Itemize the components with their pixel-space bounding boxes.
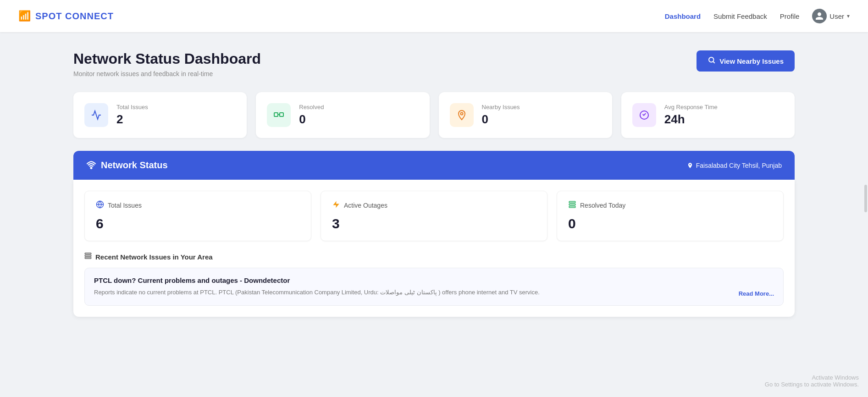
banner-location-area: Faisalabad City Tehsil, Punjab bbox=[687, 162, 782, 169]
stat-info-resolved: Resolved 0 bbox=[299, 104, 324, 127]
windows-watermark: Activate Windows Go to Settings to activ… bbox=[765, 374, 859, 388]
issue-card-description: Reports indicate no current problems at … bbox=[94, 288, 774, 297]
network-stat-total-header: Total Issues bbox=[96, 200, 300, 210]
network-status-section: Network Status Faisalabad City Tehsil, P… bbox=[73, 151, 795, 317]
network-stat-outages: Active Outages 3 bbox=[321, 191, 547, 241]
wifi-banner-icon bbox=[86, 160, 96, 171]
stat-info-avg-response: Avg Response Time 24h bbox=[664, 104, 718, 127]
active-outages-value: 3 bbox=[332, 216, 536, 232]
nav-dashboard[interactable]: Dashboard bbox=[665, 12, 701, 20]
search-icon bbox=[708, 56, 716, 66]
svg-rect-3 bbox=[280, 113, 283, 116]
network-stats-grid: Total Issues 6 Active Outages 3 bbox=[84, 191, 784, 241]
network-status-location: Faisalabad City Tehsil, Punjab bbox=[696, 162, 782, 169]
avg-response-icon-box bbox=[632, 103, 656, 127]
network-total-value: 6 bbox=[96, 216, 300, 232]
issue-card-title: PTCL down? Current problems and outages … bbox=[94, 276, 774, 284]
network-stat-total: Total Issues 6 bbox=[84, 191, 311, 241]
lightning-icon bbox=[332, 200, 340, 210]
recent-issues-header: Recent Network Issues in Your Area bbox=[84, 252, 784, 261]
network-status-banner: Network Status Faisalabad City Tehsil, P… bbox=[73, 151, 795, 180]
total-issues-value: 2 bbox=[116, 112, 148, 127]
network-stat-resolved-header: Resolved Today bbox=[568, 200, 772, 210]
resolved-label: Resolved bbox=[299, 104, 324, 110]
avg-response-label: Avg Response Time bbox=[664, 104, 718, 110]
main-content: Network Status Dashboard Monitor network… bbox=[0, 32, 868, 346]
network-stat-outages-header: Active Outages bbox=[332, 200, 536, 210]
svg-rect-2 bbox=[274, 113, 278, 116]
view-nearby-button-label: View Nearby Issues bbox=[719, 57, 784, 65]
network-stat-resolved-today: Resolved Today 0 bbox=[557, 191, 784, 241]
stat-info-nearby: Nearby Issues 0 bbox=[482, 104, 520, 127]
watermark-line2: Go to Settings to activate Windows. bbox=[765, 381, 859, 388]
scrollbar[interactable] bbox=[864, 185, 867, 212]
page-title-area: Network Status Dashboard Monitor network… bbox=[73, 50, 261, 77]
stat-info-total: Total Issues 2 bbox=[116, 104, 148, 127]
chevron-down-icon: ▾ bbox=[847, 13, 850, 19]
svg-rect-14 bbox=[85, 255, 91, 257]
total-issues-label: Total Issues bbox=[116, 104, 148, 110]
wifi-icon: 📶 bbox=[18, 10, 31, 22]
stats-grid: Total Issues 2 Resolved 0 Nearby Issues … bbox=[73, 92, 795, 138]
read-more-button[interactable]: Read More... bbox=[739, 290, 774, 297]
user-menu[interactable]: User ▾ bbox=[812, 9, 850, 23]
avg-response-value: 24h bbox=[664, 112, 718, 127]
banner-title-area: Network Status bbox=[86, 160, 168, 171]
resolved-icon-box bbox=[267, 103, 291, 127]
total-issues-icon-box bbox=[84, 103, 108, 127]
main-nav: Dashboard Submit Feedback Profile User ▾ bbox=[665, 9, 850, 23]
resolved-value: 0 bbox=[299, 112, 324, 127]
issue-card: PTCL down? Current problems and outages … bbox=[84, 268, 784, 306]
view-nearby-issues-button[interactable]: View Nearby Issues bbox=[697, 50, 795, 72]
stat-card-resolved: Resolved 0 bbox=[256, 92, 429, 138]
svg-point-6 bbox=[91, 167, 92, 169]
page-header: Network Status Dashboard Monitor network… bbox=[73, 50, 795, 77]
globe-icon bbox=[96, 200, 104, 210]
watermark-line1: Activate Windows bbox=[765, 374, 859, 381]
resolved-today-label: Resolved Today bbox=[580, 202, 625, 209]
resolved-today-value: 0 bbox=[568, 216, 772, 232]
list-icon bbox=[84, 252, 92, 261]
nearby-issues-value: 0 bbox=[482, 112, 520, 127]
page-title: Network Status Dashboard bbox=[73, 50, 261, 67]
nav-profile[interactable]: Profile bbox=[780, 12, 800, 20]
logo-area: 📶 SPOT CONNECT bbox=[18, 10, 114, 22]
recent-issues-section-title: Recent Network Issues in Your Area bbox=[95, 253, 213, 261]
network-status-title: Network Status bbox=[101, 160, 168, 171]
svg-rect-13 bbox=[85, 253, 91, 254]
nav-submit-feedback[interactable]: Submit Feedback bbox=[713, 12, 767, 20]
nearby-icon-box bbox=[450, 103, 474, 127]
svg-rect-12 bbox=[569, 206, 575, 208]
stat-card-avg-response: Avg Response Time 24h bbox=[621, 92, 795, 138]
user-name-label: User bbox=[829, 12, 844, 20]
svg-point-5 bbox=[460, 113, 463, 115]
avatar bbox=[812, 9, 827, 23]
resolved-today-icon bbox=[568, 200, 576, 210]
logo-text: SPOT CONNECT bbox=[35, 11, 114, 22]
stat-card-total-issues: Total Issues 2 bbox=[73, 92, 247, 138]
svg-point-0 bbox=[709, 57, 714, 62]
svg-rect-10 bbox=[569, 201, 575, 203]
app-header: 📶 SPOT CONNECT Dashboard Submit Feedback… bbox=[0, 0, 868, 32]
nearby-issues-label: Nearby Issues bbox=[482, 104, 520, 110]
active-outages-label: Active Outages bbox=[344, 202, 387, 209]
svg-rect-15 bbox=[85, 257, 91, 259]
stat-card-nearby: Nearby Issues 0 bbox=[439, 92, 612, 138]
network-stats-content: Total Issues 6 Active Outages 3 bbox=[73, 180, 795, 317]
svg-line-1 bbox=[713, 61, 715, 63]
network-total-label: Total Issues bbox=[108, 202, 142, 209]
location-icon bbox=[687, 162, 693, 169]
page-subtitle: Monitor network issues and feedback in r… bbox=[73, 70, 261, 77]
svg-rect-11 bbox=[569, 204, 575, 205]
svg-marker-9 bbox=[333, 201, 339, 208]
